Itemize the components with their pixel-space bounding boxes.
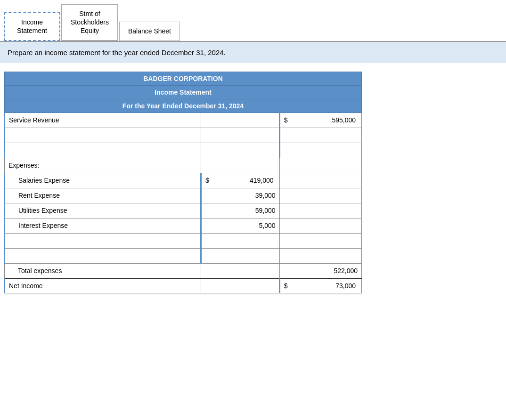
label-utilities-expense[interactable]: Utilities Expense [5, 203, 201, 218]
label-salaries-expense[interactable]: Salaries Expense [5, 173, 201, 188]
mid-empty-3[interactable] [201, 233, 279, 248]
tab-income-statement[interactable]: IncomeStatement [4, 12, 60, 40]
tab-stockholders-equity[interactable]: Stmt ofStockholdersEquity [61, 4, 118, 41]
financial-table-wrapper: BADGER CORPORATION Income Statement For … [0, 72, 367, 294]
mid-interest-expense[interactable]: 5,000 [201, 218, 279, 233]
mid-net-income [201, 278, 279, 293]
label-interest-expense[interactable]: Interest Expense [5, 218, 201, 233]
tab-stockholders-equity-label: Stmt ofStockholdersEquity [71, 10, 109, 34]
row-salaries-expense: Salaries Expense $ 419,000 [5, 173, 362, 188]
row-empty-1 [5, 128, 362, 143]
row-net-income: Net Income $ 73,000 [5, 278, 362, 293]
dollar-sign-net-income: $ [284, 282, 288, 290]
tab-balance-sheet[interactable]: Balance Sheet [119, 22, 180, 40]
mid-empty-4[interactable] [201, 248, 279, 263]
label-expenses: Expenses: [5, 158, 201, 173]
income-statement-table: BADGER CORPORATION Income Statement For … [4, 72, 362, 294]
value-service-revenue[interactable]: $ 595,000 [279, 113, 361, 128]
label-total-expenses: Total expenses [5, 263, 201, 278]
row-empty-3 [5, 233, 362, 248]
label-empty-1[interactable] [5, 128, 201, 143]
mid-empty-1 [201, 128, 279, 143]
table-header-row-1: BADGER CORPORATION [5, 72, 362, 85]
value-expenses [279, 158, 361, 173]
statement-title: Income Statement [5, 85, 362, 99]
instruction-text: Prepare an income statement for the year… [8, 48, 226, 57]
company-name: BADGER CORPORATION [5, 72, 362, 85]
amount-service-revenue: 595,000 [332, 116, 356, 124]
row-utilities-expense: Utilities Expense 59,000 [5, 203, 362, 218]
row-empty-4 [5, 248, 362, 263]
tab-balance-sheet-label: Balance Sheet [128, 27, 171, 35]
value-total-expenses: 522,000 [279, 263, 361, 278]
value-utilities-expense [279, 203, 361, 218]
tabs-container: IncomeStatement Stmt ofStockholdersEquit… [0, 0, 506, 42]
label-service-revenue[interactable]: Service Revenue [5, 113, 201, 128]
dollar-sign-salaries: $ [205, 177, 209, 184]
value-empty-4 [279, 248, 361, 263]
value-empty-1[interactable] [279, 128, 361, 143]
value-empty-3 [279, 233, 361, 248]
amount-net-income: 73,000 [335, 282, 356, 290]
row-interest-expense: Interest Expense 5,000 [5, 218, 362, 233]
value-empty-2[interactable] [279, 143, 361, 158]
row-service-revenue: Service Revenue $ 595,000 [5, 113, 362, 128]
mid-empty-2 [201, 143, 279, 158]
table-header-row-2: Income Statement [5, 85, 362, 99]
dollar-sign-service-revenue: $ [284, 116, 288, 124]
label-empty-4[interactable] [5, 248, 201, 263]
row-empty-2 [5, 143, 362, 158]
mid-service-revenue [201, 113, 279, 128]
label-net-income[interactable]: Net Income [5, 278, 201, 293]
mid-utilities-expense[interactable]: 59,000 [201, 203, 279, 218]
label-empty-2[interactable] [5, 143, 201, 158]
value-interest-expense [279, 218, 361, 233]
mid-salaries-expense[interactable]: $ 419,000 [201, 173, 279, 188]
instruction-bar: Prepare an income statement for the year… [0, 42, 506, 63]
mid-expenses [201, 158, 279, 173]
amount-salaries: 419,000 [250, 177, 274, 184]
label-empty-3[interactable] [5, 233, 201, 248]
mid-total-expenses [201, 263, 279, 278]
mid-rent-expense[interactable]: 39,000 [201, 188, 279, 203]
value-net-income[interactable]: $ 73,000 [279, 278, 361, 293]
row-expenses-header: Expenses: [5, 158, 362, 173]
value-rent-expense [279, 188, 361, 203]
table-header-row-3: For the Year Ended December 31, 2024 [5, 99, 362, 113]
statement-period: For the Year Ended December 31, 2024 [5, 99, 362, 113]
tab-income-statement-label: IncomeStatement [17, 18, 47, 34]
row-rent-expense: Rent Expense 39,000 [5, 188, 362, 203]
label-rent-expense[interactable]: Rent Expense [5, 188, 201, 203]
value-salaries-expense [279, 173, 361, 188]
row-total-expenses: Total expenses 522,000 [5, 263, 362, 278]
